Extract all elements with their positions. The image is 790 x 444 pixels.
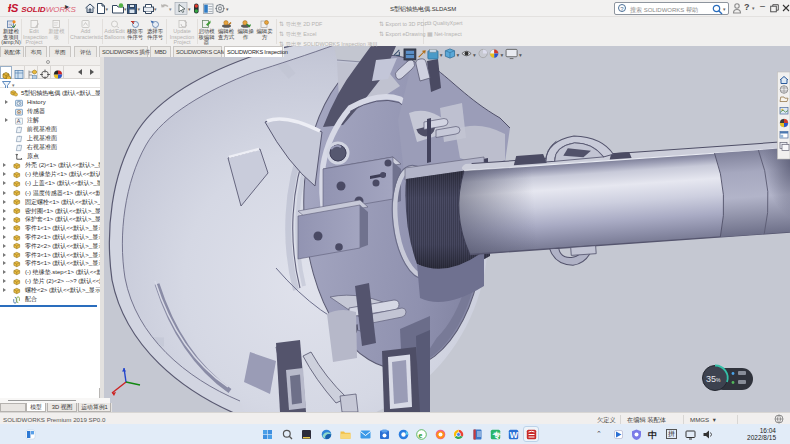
svg-text:▾: ▾ (154, 6, 157, 12)
svg-text:▾: ▾ (501, 52, 504, 58)
svg-text:▾: ▾ (456, 52, 459, 58)
svg-text:A: A (17, 118, 21, 124)
svg-text:▾: ▾ (440, 52, 443, 58)
svg-text:e: e (419, 429, 423, 439)
svg-text:▾: ▾ (519, 52, 522, 58)
svg-text:▾: ▾ (124, 6, 127, 12)
svg-text:▾: ▾ (138, 6, 141, 12)
svg-text:W: W (510, 429, 519, 439)
svg-text:▾: ▾ (226, 6, 229, 12)
svg-text:▾: ▾ (169, 6, 172, 12)
svg-text:▾: ▾ (106, 6, 109, 12)
svg-text:▾: ▾ (473, 52, 476, 58)
svg-text:专: 专 (492, 430, 501, 439)
svg-text:▾: ▾ (188, 6, 191, 12)
